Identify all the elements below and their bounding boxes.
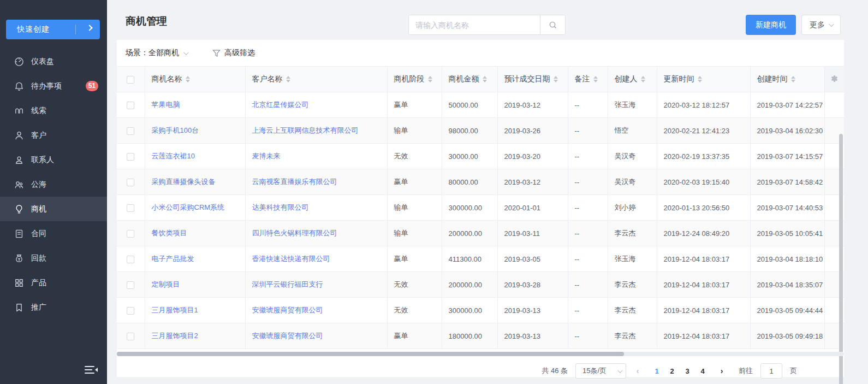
sidebar-item-7[interactable]: 合同 [0, 221, 107, 246]
customer-name-link[interactable]: 麦博未来 [252, 152, 281, 160]
customer-name-link[interactable]: 云南视客直播娱乐有限公司 [252, 178, 337, 186]
select-all-checkbox[interactable] [127, 76, 134, 84]
amount-cell: 80000.00 [449, 178, 478, 186]
page-size-select[interactable]: 15条/页 [575, 363, 626, 379]
updated-time-cell: 2020-01-13 20:56:50 [664, 204, 730, 212]
stage-cell: 输单 [394, 203, 408, 211]
created-time-cell: 2019-03-07 14:40:53 [757, 204, 823, 212]
row-checkbox[interactable] [127, 153, 134, 161]
sidebar-item-6[interactable]: 商机 [0, 197, 107, 221]
table-row: 定制项目深圳平云银行福田支行无效200000.002019-03-28--李云杰… [117, 272, 844, 298]
horizontal-scrollbar-track[interactable] [117, 352, 844, 356]
new-opportunity-button[interactable]: 新建商机 [746, 15, 796, 35]
note-cell: -- [575, 332, 580, 340]
next-page-button[interactable]: › [715, 367, 729, 375]
sort-toggle[interactable] [791, 76, 795, 82]
row-checkbox[interactable] [127, 179, 134, 186]
row-checkbox[interactable] [127, 102, 134, 109]
sidebar-item-0[interactable]: 仪表盘 [0, 49, 107, 74]
sidebar-item-10[interactable]: 推广 [0, 295, 107, 320]
sort-toggle[interactable] [554, 76, 558, 82]
opportunity-name-link[interactable]: 云莲连衣裙10 [152, 152, 195, 160]
sidebar-item-9[interactable]: 产品 [0, 270, 107, 295]
amount-cell: 50000.00 [449, 101, 478, 109]
stage-cell: 赢单 [394, 178, 408, 186]
close-date-cell: 2019-03-13 [504, 306, 541, 315]
page-number-1[interactable]: 1 [649, 367, 664, 375]
sidebar-item-label: 联系人 [31, 155, 54, 165]
sort-toggle[interactable] [641, 76, 645, 82]
opportunity-name-link[interactable]: 小米公司采购CRM系统 [152, 203, 225, 211]
sidebar-item-3[interactable]: 客户 [0, 123, 107, 147]
row-checkbox[interactable] [127, 204, 134, 212]
col-header-note: 备注 [575, 74, 590, 84]
column-settings-button[interactable] [824, 67, 844, 92]
more-button[interactable]: 更多 [801, 15, 841, 35]
customer-name-link[interactable]: 四川特色火锅料理有限公司 [252, 229, 337, 237]
quick-create-button[interactable]: 快速创建 [6, 20, 100, 39]
customer-name-link[interactable]: 安徽琥服商贸有限公司 [252, 306, 323, 314]
search-button[interactable] [540, 15, 565, 34]
contract-icon [14, 228, 25, 239]
col-header-amount: 商机金额 [449, 74, 479, 84]
sidebar-collapse-icon[interactable] [84, 364, 98, 375]
amount-cell: 411300.00 [449, 255, 482, 263]
sort-toggle[interactable] [286, 76, 290, 82]
customer-name-link[interactable]: 深圳平云银行福田支行 [252, 280, 323, 288]
sort-toggle[interactable] [698, 76, 702, 82]
sidebar-item-2[interactable]: 线索 [0, 98, 107, 123]
customer-name-link[interactable]: 香港快速达快递有限公司 [252, 255, 330, 263]
customer-name-link[interactable]: 上海云上互联网信息技术有限公司 [252, 126, 359, 134]
customer-name-link[interactable]: 达美科技有限公司 [252, 203, 309, 211]
table-row: 电子产品批发香港快速达快递有限公司赢单411300.002019-03-05--… [117, 246, 844, 272]
created-time-cell: 2019-03-07 14:15:57 [757, 152, 823, 161]
created-time-cell: 2019-03-05 09:49:18 [757, 332, 823, 340]
customer-name-link[interactable]: 北京红星传媒公司 [252, 101, 309, 109]
row-checkbox[interactable] [127, 333, 134, 340]
advanced-filter-button[interactable]: 高级筛选 [212, 48, 255, 58]
row-checkbox[interactable] [127, 230, 134, 238]
created-time-cell: 2019-03-04 16:02:30 [757, 127, 823, 135]
creator-cell: 李云杰 [615, 332, 636, 340]
scene-select[interactable]: 场景：全部商机 [126, 48, 187, 58]
opportunity-name-link[interactable]: 三月服饰项目1 [152, 306, 198, 314]
sidebar-item-4[interactable]: 联系人 [0, 147, 107, 172]
contact-icon [14, 155, 25, 166]
sort-toggle[interactable] [483, 76, 487, 82]
stage-cell: 输单 [394, 126, 408, 134]
row-checkbox[interactable] [127, 281, 134, 289]
prev-page-button[interactable]: ‹ [631, 367, 645, 375]
search-input[interactable] [409, 15, 540, 34]
page-number-2[interactable]: 2 [664, 367, 680, 375]
opportunity-name-link[interactable]: 三月服饰项目2 [152, 332, 198, 340]
search-group [408, 15, 566, 35]
opportunity-name-link[interactable]: 定制项目 [152, 280, 180, 288]
creator-cell: 李云杰 [615, 306, 636, 314]
sort-toggle[interactable] [593, 76, 598, 82]
row-actions-cell [824, 92, 844, 118]
row-checkbox[interactable] [127, 307, 134, 315]
vertical-scrollbar[interactable] [839, 134, 843, 384]
sort-toggle[interactable] [186, 76, 190, 82]
opportunity-name-link[interactable]: 采购直播摄像头设备 [152, 178, 216, 186]
opportunity-name-link[interactable]: 苹果电脑 [152, 101, 180, 109]
sort-toggle[interactable] [428, 76, 432, 82]
todo-count-badge: 51 [86, 81, 98, 91]
customer-name-link[interactable]: 安徽琥服商贸有限公司 [252, 332, 323, 340]
opportunity-name-link[interactable]: 餐饮类项目 [152, 229, 187, 237]
sidebar-item-8[interactable]: 回款 [0, 246, 107, 270]
note-cell: -- [575, 204, 580, 212]
page-number-3[interactable]: 3 [680, 367, 695, 375]
goto-page-input[interactable] [760, 363, 782, 379]
sidebar-item-label: 合同 [31, 229, 46, 239]
opportunity-name-link[interactable]: 采购手机100台 [152, 126, 199, 134]
row-checkbox[interactable] [127, 127, 134, 135]
horizontal-scrollbar-thumb[interactable] [117, 352, 624, 356]
sidebar-item-1[interactable]: 待办事项51 [0, 74, 107, 98]
sidebar-item-5[interactable]: 公海 [0, 172, 107, 197]
amount-cell: 30000.00 [449, 152, 478, 161]
row-checkbox[interactable] [127, 256, 134, 263]
opportunity-name-link[interactable]: 电子产品批发 [152, 255, 194, 263]
scene-select-label: 场景：全部商机 [126, 48, 179, 58]
page-number-4[interactable]: 4 [695, 367, 710, 375]
